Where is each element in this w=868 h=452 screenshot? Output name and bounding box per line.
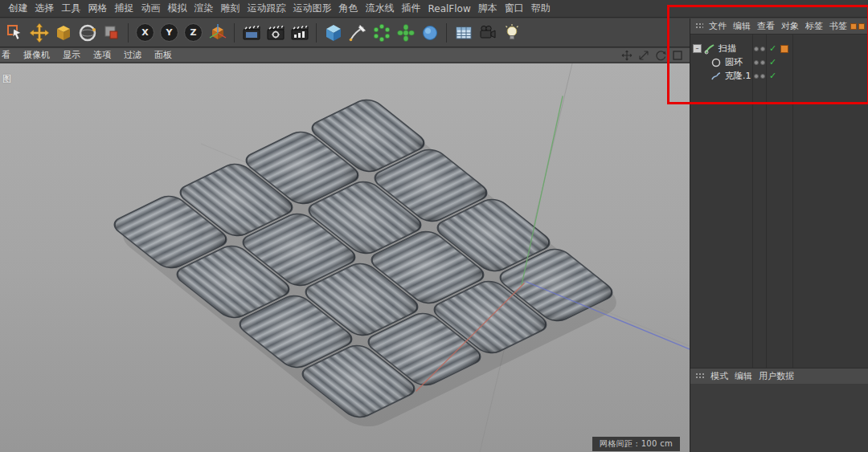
vp-menu-view[interactable]: 看 xyxy=(0,49,17,61)
toolbar-divider xyxy=(234,23,235,43)
viewport-3d-scene xyxy=(0,63,690,452)
menu-mesh[interactable]: 网格 xyxy=(84,2,111,15)
rotate-tool-icon[interactable] xyxy=(76,22,98,43)
object-row-circle[interactable]: 圆环 ✓ xyxy=(690,55,868,69)
last-tool-icon[interactable] xyxy=(100,22,122,43)
deformer-icon[interactable] xyxy=(395,22,416,43)
menu-simulate[interactable]: 模拟 xyxy=(164,2,190,15)
menu-animate[interactable]: 动画 xyxy=(137,2,164,15)
menu-help[interactable]: 帮助 xyxy=(527,2,554,15)
viewport-canvas[interactable]: 图 网格间距 : 100 cm xyxy=(0,63,690,452)
vp-menu-options[interactable]: 选项 xyxy=(87,49,117,61)
om-menu-file[interactable]: 文件 xyxy=(706,20,730,32)
om-menu-bookmarks[interactable]: 书签 xyxy=(826,20,850,32)
om-column-separator xyxy=(766,35,767,368)
object-label[interactable]: 圆环 xyxy=(723,56,743,68)
coordinate-system-icon[interactable] xyxy=(207,22,228,43)
om-column-separator xyxy=(752,35,753,368)
object-row-clone[interactable]: 克隆.1 ✓ xyxy=(690,69,868,83)
zoom-view-icon[interactable] xyxy=(638,50,649,61)
menubar: 创建 选择 工具 网格 捕捉 动画 模拟 渲染 雕刻 运动跟踪 运动图形 角色 … xyxy=(0,0,868,18)
am-menu-mode[interactable]: 模式 xyxy=(707,370,731,382)
am-menu-edit[interactable]: 编辑 xyxy=(731,370,755,382)
collapse-toggle-icon[interactable]: – xyxy=(693,44,702,53)
menu-window[interactable]: 窗口 xyxy=(501,2,527,15)
om-menu-view[interactable]: 查看 xyxy=(754,20,778,32)
sweep-object-icon xyxy=(703,43,715,55)
enabled-check-icon[interactable]: ✓ xyxy=(769,69,776,83)
grid-spacing-status: 网格间距 : 100 cm xyxy=(592,437,680,451)
camera-icon[interactable] xyxy=(477,22,498,43)
menu-script[interactable]: 脚本 xyxy=(474,2,501,15)
menu-create[interactable]: 创建 xyxy=(5,2,31,15)
vp-menu-filter[interactable]: 过滤 xyxy=(117,49,148,61)
toolbar-divider xyxy=(446,23,447,43)
am-menu-userdata[interactable]: 用户数据 xyxy=(755,370,797,382)
menu-pipeline[interactable]: 流水线 xyxy=(362,2,398,15)
maximize-view-icon[interactable] xyxy=(672,50,683,61)
object-manager-menubar: 文件 编辑 查看 对象 标签 书签 xyxy=(690,18,868,35)
panel-grip-icon[interactable] xyxy=(695,373,705,381)
render-view-icon[interactable] xyxy=(240,22,262,43)
c4d-window: 创建 选择 工具 网格 捕捉 动画 模拟 渲染 雕刻 运动跟踪 运动图形 角色 … xyxy=(0,0,868,452)
right-panel: 文件 编辑 查看 对象 标签 书签 – 扫描 ✓ xyxy=(690,18,868,452)
object-tag-icon[interactable] xyxy=(780,42,788,55)
visibility-dots[interactable] xyxy=(754,69,765,83)
light-icon[interactable] xyxy=(501,22,522,43)
x-axis-lock-button[interactable]: X xyxy=(134,22,156,43)
menu-character[interactable]: 角色 xyxy=(335,2,362,15)
om-menu-objects[interactable]: 对象 xyxy=(778,20,802,32)
attribute-manager-menubar: 模式 编辑 用户数据 xyxy=(690,368,868,385)
enabled-check-icon[interactable]: ✓ xyxy=(769,42,776,55)
spline-object-icon xyxy=(710,70,722,82)
object-manager-tree[interactable]: – 扫描 ✓ 圆环 ✓ xyxy=(690,35,868,368)
visibility-dots[interactable] xyxy=(754,55,765,69)
array-table-icon[interactable] xyxy=(452,22,474,43)
object-label[interactable]: 扫描 xyxy=(716,43,736,55)
om-menu-tags[interactable]: 标签 xyxy=(802,20,826,32)
menu-motion-tracker[interactable]: 运动跟踪 xyxy=(244,2,289,15)
undo-selection-icon[interactable] xyxy=(4,22,26,43)
main-toolbar: X Y Z xyxy=(0,18,690,47)
menu-tools[interactable]: 工具 xyxy=(58,2,84,15)
object-row-sweep[interactable]: – 扫描 ✓ xyxy=(690,42,868,55)
vp-menu-display[interactable]: 显示 xyxy=(56,49,87,61)
vp-menu-panel[interactable]: 面板 xyxy=(148,49,178,61)
y-axis-lock-button[interactable]: Y xyxy=(158,22,180,43)
menu-select[interactable]: 选择 xyxy=(31,2,58,15)
render-queue-icon[interactable] xyxy=(289,22,310,43)
menu-render[interactable]: 渲染 xyxy=(190,2,217,15)
panel-grip-icon[interactable] xyxy=(695,22,703,31)
vp-menu-cameras[interactable]: 摄像机 xyxy=(17,49,56,61)
om-header-layer-icon[interactable] xyxy=(850,23,868,30)
circle-spline-icon xyxy=(710,56,722,68)
pen-spline-icon[interactable] xyxy=(346,22,368,43)
menu-realflow[interactable]: RealFlow xyxy=(424,3,474,14)
om-menu-edit[interactable]: 编辑 xyxy=(730,20,754,32)
menu-sculpt[interactable]: 雕刻 xyxy=(217,2,244,15)
menu-plugins[interactable]: 插件 xyxy=(398,2,424,15)
viewport-nav-icons xyxy=(621,50,690,61)
viewport-corner-label: 图 xyxy=(2,73,11,85)
menu-snap[interactable]: 捕捉 xyxy=(111,2,137,15)
render-settings-icon[interactable] xyxy=(264,22,286,43)
object-label[interactable]: 克隆.1 xyxy=(723,70,751,82)
mograph-generator-icon[interactable] xyxy=(371,22,392,43)
move-tool-icon[interactable] xyxy=(28,22,50,43)
pan-view-icon[interactable] xyxy=(621,50,633,61)
rotate-view-icon[interactable] xyxy=(655,50,666,61)
menu-mograph[interactable]: 运动图形 xyxy=(289,2,335,15)
z-axis-lock-button[interactable]: Z xyxy=(182,22,204,43)
om-column-separator xyxy=(792,35,793,368)
scale-tool-icon[interactable] xyxy=(52,22,74,43)
enabled-check-icon[interactable]: ✓ xyxy=(769,55,776,69)
fields-icon[interactable] xyxy=(419,22,440,43)
attribute-manager-body[interactable] xyxy=(690,384,868,452)
primitive-cube-icon[interactable] xyxy=(322,22,344,43)
toolbar-divider xyxy=(316,23,317,43)
toolbar-divider xyxy=(128,23,129,43)
visibility-dots[interactable] xyxy=(754,42,765,55)
viewport-menubar: 看 摄像机 显示 选项 过滤 面板 xyxy=(0,48,690,63)
